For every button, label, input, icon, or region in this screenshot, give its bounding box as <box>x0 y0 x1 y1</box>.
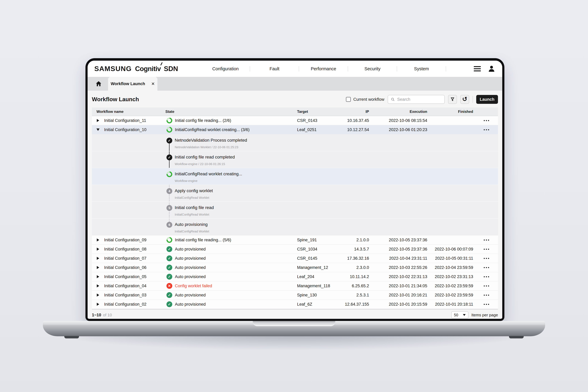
refresh-button[interactable]: ↺ <box>460 95 469 104</box>
table-row[interactable]: Initial Configuration_10 InitialConfigRe… <box>92 125 498 134</box>
col-state: State <box>166 110 296 114</box>
nav-item-fault[interactable]: Fault <box>250 66 299 71</box>
workflow-name: Initial Configuration_08 <box>104 247 166 252</box>
col-ip: IP <box>337 110 369 114</box>
items-per-page-select[interactable]: 50 <box>451 311 468 319</box>
state-icon: ✓ <box>166 256 172 261</box>
col-finished: Finished <box>427 110 473 114</box>
checkbox-icon[interactable] <box>346 97 351 102</box>
expand-chevron-icon[interactable] <box>97 238 99 242</box>
close-icon[interactable]: ✕ <box>151 81 155 86</box>
table-row[interactable]: Initial Configuration_02 ✓ Auto provisio… <box>92 300 498 309</box>
expand-chevron-icon[interactable] <box>96 128 100 131</box>
app-header: SAMSUNG Cognitiv SDN ConfigurationFaultP… <box>88 61 502 77</box>
ip-address: 2.3.0.0 <box>337 265 369 270</box>
tab-workflow-launch[interactable]: Workflow Launch ✕ <box>108 77 158 91</box>
row-menu-icon[interactable] <box>484 286 489 286</box>
col-execution: Execution <box>369 110 427 114</box>
state-icon: ✕ <box>166 283 172 289</box>
state-text: Auto provisioned <box>175 256 206 261</box>
row-menu-icon[interactable] <box>484 240 489 240</box>
workflow-name: Initial Configuration_03 <box>104 293 166 298</box>
execution-time: 2022-10-01 21:34:05 <box>369 284 427 288</box>
table-row[interactable]: Initial Configuration_06 ✓ Auto provisio… <box>92 263 498 272</box>
table-row[interactable]: Initial Configuration_04 ✕ Config workle… <box>92 282 498 291</box>
state-icon <box>166 127 174 132</box>
row-menu-icon[interactable] <box>484 304 489 305</box>
toolbar: Current workflow <box>346 95 498 104</box>
table-row[interactable]: Initial Configuration_03 ✓ Auto provisio… <box>92 291 498 300</box>
row-menu-icon[interactable] <box>484 294 489 296</box>
ip-address: 2.5.3.1 <box>337 293 369 298</box>
laptop-shadow <box>49 334 539 351</box>
step-title: InitialConfigRead worklet creating... <box>175 172 242 176</box>
expanded-steps-panel: ✓ NetnodeValidation Process completed Ne… <box>92 134 498 236</box>
ip-address: 6.25.65.2 <box>337 284 369 288</box>
state-icon: ✓ <box>166 292 172 298</box>
pagination-total: of 10 <box>103 313 112 318</box>
laptop-base <box>43 321 545 336</box>
table-row[interactable]: Initial Configuration_08 ✓ Auto provisio… <box>92 245 498 254</box>
nav-item-system[interactable]: System <box>397 66 446 71</box>
title-row: Workflow Launch Current workflow <box>92 94 498 104</box>
chevron-down-icon <box>463 314 466 316</box>
workflow-name: Initial Configuration_10 <box>104 128 166 132</box>
execution-time: 2022-10-05 23:37:36 <box>369 238 427 242</box>
step-subtitle: NetnodeValidation Worklet / 22-10-06 01:… <box>175 146 238 149</box>
expand-chevron-icon[interactable] <box>97 119 99 122</box>
tab-label: Workflow Launch <box>111 82 145 86</box>
row-menu-icon[interactable] <box>484 267 489 268</box>
row-menu-icon[interactable] <box>484 258 489 259</box>
laptop-notch <box>253 321 335 326</box>
finished-time: 2022-10-05 00:31:11 <box>427 256 473 261</box>
workflow-step: InitialConfigRead worklet creating... Wo… <box>92 168 498 185</box>
search-input[interactable] <box>397 97 442 102</box>
filter-button[interactable] <box>448 95 457 104</box>
user-icon[interactable] <box>488 65 496 73</box>
expand-chevron-icon[interactable] <box>97 275 99 278</box>
launch-button[interactable]: Launch <box>476 95 498 104</box>
expand-chevron-icon[interactable] <box>97 248 99 251</box>
filter-icon <box>450 97 455 102</box>
expand-chevron-icon[interactable] <box>97 303 99 306</box>
table-row[interactable]: Initial Configuration_09 Initial config … <box>92 236 498 245</box>
step-status-icon: 6 <box>166 222 172 228</box>
expand-chevron-icon[interactable] <box>97 266 99 269</box>
state-text: Initial config file reading... (2/6) <box>175 118 231 123</box>
table-row[interactable]: Initial Configuration_11 Initial config … <box>92 116 498 125</box>
state-text: Auto provisioned <box>175 265 206 270</box>
execution-time: 2022-10-04 23:31:11 <box>369 256 427 261</box>
workflow-table: Workflow name State Target IP Execution … <box>92 108 498 310</box>
table-row[interactable]: Initial Configuration_07 ✓ Auto provisio… <box>92 254 498 263</box>
execution-time: 2022-10-01 20:15:59 <box>369 302 427 307</box>
current-workflow-toggle[interactable]: Current workflow <box>346 97 384 102</box>
nav-item-security[interactable]: Security <box>348 66 397 71</box>
workflow-name: Initial Configuration_06 <box>104 265 166 270</box>
row-menu-icon[interactable] <box>484 120 489 121</box>
table-row[interactable]: Initial Configuration_05 ✓ Auto provisio… <box>92 272 498 282</box>
search-box[interactable] <box>388 95 445 104</box>
app-window: SAMSUNG Cognitiv SDN ConfigurationFaultP… <box>88 61 502 319</box>
home-button[interactable] <box>93 77 104 91</box>
expand-chevron-icon[interactable] <box>97 257 99 260</box>
expand-chevron-icon[interactable] <box>97 284 99 288</box>
expand-chevron-icon[interactable] <box>97 294 99 296</box>
workflow-name: Initial Configuration_07 <box>104 256 166 261</box>
nav-item-configuration[interactable]: Configuration <box>201 66 250 71</box>
search-icon <box>391 97 395 102</box>
step-subtitle: InitialConfigRead Worklet <box>175 230 209 233</box>
row-menu-icon[interactable] <box>484 249 489 250</box>
step-subtitle: Workflow-engine / 22-10-06 01:26:15 <box>175 162 225 166</box>
target-node: Leaf_204 <box>296 274 337 279</box>
nav-item-performance[interactable]: Performance <box>299 66 348 71</box>
menu-icon[interactable] <box>474 66 481 71</box>
row-menu-icon[interactable] <box>484 129 489 130</box>
target-node: Leaf_0251 <box>296 128 337 132</box>
table-footer: 1~10 of 10 50 Items per page <box>92 310 498 319</box>
row-menu-icon[interactable] <box>484 276 489 277</box>
state-text: Config worklet failed <box>175 284 212 288</box>
ip-address: 10.16.37.45 <box>337 118 369 123</box>
state-text: Auto provisioned <box>175 302 206 307</box>
step-subtitle: InitialConfigRead Worklet <box>175 213 209 216</box>
execution-time: 2022-10-01 20:16:21 <box>369 293 427 298</box>
